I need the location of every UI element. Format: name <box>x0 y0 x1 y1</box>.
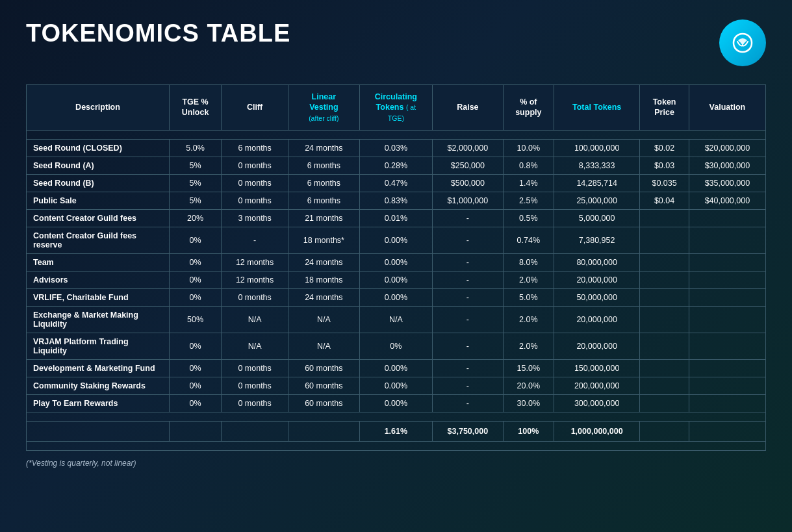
col-valuation: Valuation <box>689 85 765 131</box>
cell-6-2: 12 months <box>222 253 288 271</box>
cell-6-9 <box>689 253 765 271</box>
cell-2-5: $500,000 <box>433 174 504 192</box>
cell-6-6: 8.0% <box>503 253 554 271</box>
cell-7-8 <box>640 271 689 288</box>
cell-6-3: 24 months <box>288 253 360 271</box>
cell-5-7: 7,380,952 <box>554 227 639 253</box>
total-cell-3 <box>288 421 360 441</box>
cell-1-7: 8,333,333 <box>554 157 639 174</box>
cell-12-8 <box>640 377 689 394</box>
logo-icon <box>728 29 757 57</box>
cell-5-0: Content Creator Guild fees reserve <box>27 227 170 253</box>
cell-3-4: 0.83% <box>359 192 432 209</box>
table-row: VRJAM Platform Trading Liquidity0%N/AN/A… <box>27 333 766 359</box>
total-cell-1 <box>170 421 222 441</box>
cell-5-5: - <box>433 227 504 253</box>
cell-13-8 <box>640 394 689 412</box>
table-row: Content Creator Guild fees reserve0%-18 … <box>27 227 766 253</box>
cell-7-3: 18 months <box>288 271 360 288</box>
cell-10-3: N/A <box>288 333 360 359</box>
cell-12-2: 0 months <box>222 377 288 394</box>
cell-10-0: VRJAM Platform Trading Liquidity <box>27 333 170 359</box>
col-total-tokens: Total Tokens <box>554 85 639 131</box>
cell-3-5: $1,000,000 <box>433 192 504 209</box>
cell-1-9: $30,000,000 <box>689 157 765 174</box>
cell-5-2: - <box>222 227 288 253</box>
total-cell-9 <box>689 421 765 441</box>
cell-3-3: 6 months <box>288 192 360 209</box>
cell-0-8: $0.02 <box>640 139 689 157</box>
cell-9-8 <box>640 306 689 333</box>
spacer-row-top <box>27 130 766 139</box>
cell-11-3: 60 months <box>288 359 360 377</box>
cell-13-3: 60 months <box>288 394 360 412</box>
cell-11-5: - <box>433 359 504 377</box>
spacer-row-final <box>27 441 766 450</box>
cell-4-9 <box>689 209 765 227</box>
total-cell-0 <box>27 421 170 441</box>
cell-7-0: Advisors <box>27 271 170 288</box>
cell-3-1: 5% <box>170 192 222 209</box>
cell-7-2: 12 months <box>222 271 288 288</box>
total-cell-8 <box>640 421 689 441</box>
col-cliff: Cliff <box>222 85 288 131</box>
cell-8-8 <box>640 288 689 306</box>
cell-0-1: 5.0% <box>170 139 222 157</box>
cell-11-1: 0% <box>170 359 222 377</box>
cell-12-0: Community Staking Rewards <box>27 377 170 394</box>
table-row: Public Sale5%0 months6 months0.83%$1,000… <box>27 192 766 209</box>
cell-8-0: VRLIFE, Charitable Fund <box>27 288 170 306</box>
cell-4-3: 21 months <box>288 209 360 227</box>
cell-9-9 <box>689 306 765 333</box>
table-row: Content Creator Guild fees20%3 months21 … <box>27 209 766 227</box>
spacer-row-bottom <box>27 412 766 421</box>
cell-9-2: N/A <box>222 306 288 333</box>
cell-8-2: 0 months <box>222 288 288 306</box>
cell-0-4: 0.03% <box>359 139 432 157</box>
cell-6-4: 0.00% <box>359 253 432 271</box>
cell-2-6: 1.4% <box>503 174 554 192</box>
cell-5-4: 0.00% <box>359 227 432 253</box>
cell-0-0: Seed Round (CLOSED) <box>27 139 170 157</box>
table-row: Team0%12 months24 months0.00%-8.0%80,000… <box>27 253 766 271</box>
cell-5-9 <box>689 227 765 253</box>
cell-10-2: N/A <box>222 333 288 359</box>
footnote: (*Vesting is quarterly, not linear) <box>26 459 766 468</box>
cell-4-4: 0.01% <box>359 209 432 227</box>
total-cell-4: 1.61% <box>359 421 432 441</box>
cell-13-2: 0 months <box>222 394 288 412</box>
table-row: Development & Marketing Fund0%0 months60… <box>27 359 766 377</box>
cell-2-9: $35,000,000 <box>689 174 765 192</box>
cell-4-8 <box>640 209 689 227</box>
cell-8-3: 24 months <box>288 288 360 306</box>
cell-10-9 <box>689 333 765 359</box>
table-row: VRLIFE, Charitable Fund0%0 months24 mont… <box>27 288 766 306</box>
cell-8-9 <box>689 288 765 306</box>
cell-5-6: 0.74% <box>503 227 554 253</box>
cell-2-2: 0 months <box>222 174 288 192</box>
cell-1-4: 0.28% <box>359 157 432 174</box>
table-row: Play To Earn Rewards0%0 months60 months0… <box>27 394 766 412</box>
cell-2-3: 6 months <box>288 174 360 192</box>
cell-7-7: 20,000,000 <box>554 271 639 288</box>
cell-4-5: - <box>433 209 504 227</box>
cell-8-1: 0% <box>170 288 222 306</box>
cell-10-4: 0% <box>359 333 432 359</box>
cell-7-9 <box>689 271 765 288</box>
cell-4-2: 3 months <box>222 209 288 227</box>
cell-6-0: Team <box>27 253 170 271</box>
cell-0-7: 100,000,000 <box>554 139 639 157</box>
cell-12-9 <box>689 377 765 394</box>
cell-10-7: 20,000,000 <box>554 333 639 359</box>
cell-13-0: Play To Earn Rewards <box>27 394 170 412</box>
col-raise: Raise <box>433 85 504 131</box>
page-header: TOKENOMICS TABLE <box>26 19 766 66</box>
cell-9-0: Exchange & Market Making Liquidity <box>27 306 170 333</box>
cell-13-6: 30.0% <box>503 394 554 412</box>
page-title: TOKENOMICS TABLE <box>26 19 290 47</box>
cell-2-0: Seed Round (B) <box>27 174 170 192</box>
cell-12-5: - <box>433 377 504 394</box>
cell-9-1: 50% <box>170 306 222 333</box>
cell-4-0: Content Creator Guild fees <box>27 209 170 227</box>
cell-13-1: 0% <box>170 394 222 412</box>
